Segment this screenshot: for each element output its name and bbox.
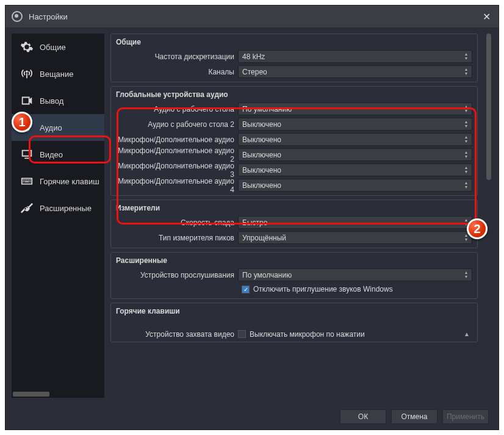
group-meters: Измерители Скорость спадаБыстро▲▼ Тип из… [110,200,478,248]
spinner-icon: ▲▼ [462,181,470,190]
spinner-icon: ▲▼ [462,104,470,113]
app-logo-icon [12,11,23,22]
combo-value: Выключено [242,151,281,159]
sidebar-item-label: Горячие клавиш [40,177,99,186]
antenna-icon [20,67,34,81]
spinner-icon: ▲▼ [462,135,470,144]
spinner-icon: ▲▼ [462,67,470,76]
combo-value: Выключено [242,166,281,174]
spinner-icon: ▲▼ [462,165,470,174]
combo-value: По умолчанию [242,105,292,113]
combo-sample-rate[interactable]: 48 kHz ▲▼ [238,50,472,63]
dialog-footer: ОК Отмена Применить [5,404,499,430]
combo-value: 48 kHz [242,52,265,61]
combo-value: Быстро [242,218,267,227]
titlebar: Настройки ✕ [5,5,499,27]
label-capture: Устройство захвата видео [116,330,234,339]
combo-desktop-audio-2[interactable]: Выключено▲▼ [238,118,472,131]
annotation-badge-1: 1 [12,112,32,132]
combo-decay[interactable]: Быстро▲▼ [238,216,472,229]
combo-mic-aux-3[interactable]: Выключено▲▼ [238,164,472,176]
combo-mic-aux[interactable]: Выключено▲▼ [238,133,472,146]
sidebar-item-advanced[interactable]: Расширенные [12,195,104,221]
checkbox-label: Отключить приглушение звуков Windows [253,285,393,293]
annotation-badge-2: 2 [467,218,488,239]
keyboard-icon [20,174,34,188]
combo-value: Выключено [242,181,281,190]
label-sample-rate: Частота дискретизации [116,52,234,61]
close-icon[interactable]: ✕ [480,10,492,23]
label-peak: Тип измерителя пиков [116,234,234,242]
output-icon [20,94,34,107]
checkbox-label: Выключать микрофон по нажатии [250,330,365,339]
group-title: Общие [116,38,472,46]
combo-monitor[interactable]: По умолчанию▲▼ [238,268,472,281]
spinner-icon: ▲▼ [462,150,470,159]
group-hotkeys: Горячие клавиши Устройство захвата видео… [110,303,478,342]
ok-button[interactable]: ОК [340,409,386,424]
apply-button[interactable]: Применить [442,409,489,424]
sidebar-item-general[interactable]: Общие [12,34,104,60]
combo-value: По умолчанию [242,271,292,279]
combo-mic-aux-2[interactable]: Выключено▲▼ [238,148,472,161]
label: Микрофон/Дополнительное аудио 2 [116,146,234,164]
settings-window: Настройки ✕ Общие Вещание Вывод Аудио [5,5,499,430]
spinner-icon: ▲▼ [462,270,470,279]
checkbox-push-to-mute[interactable] [238,330,246,338]
sidebar-item-label: Видео [40,150,63,159]
label-decay: Скорость спада [116,218,234,227]
combo-peak[interactable]: Упрощённый▲▼ [238,231,472,244]
group-advanced: Расширенные Устройство прослушиванияПо у… [110,252,478,299]
sidebar-item-label: Вывод [40,96,63,106]
group-title: Измерители [116,204,472,212]
window-title: Настройки [29,12,68,21]
sidebar-item-label: Вещание [40,70,74,79]
label: Микрофон/Дополнительное аудио 4 [116,177,234,194]
combo-mic-aux-4[interactable]: Выключено▲▼ [238,179,472,192]
sidebar-item-label: Общие [40,43,66,52]
sidebar-scrollbar[interactable] [13,392,49,397]
cancel-button[interactable]: Отмена [391,409,437,424]
sidebar-item-video[interactable]: Видео [12,141,104,168]
combo-value: Выключено [242,135,281,144]
group-global-audio: Глобальные устройства аудио Аудио с рабо… [110,86,478,196]
group-title: Глобальные устройства аудио [116,90,472,99]
label: Аудио с рабочего стола 2 [116,120,234,129]
label: Микрофон/Дополнительное аудио 3 [116,162,234,179]
group-title: Горячие клавиши [116,307,472,315]
sidebar-item-hotkeys[interactable]: Горячие клавиш [12,168,104,195]
sidebar-item-output[interactable]: Вывод [12,87,104,114]
combo-value: Стерео [242,68,267,76]
checkbox-ducking[interactable]: ✓ [242,286,250,293]
monitor-icon [20,148,34,161]
group-general: Общие Частота дискретизации 48 kHz ▲▼ Ка… [110,34,478,82]
group-title: Расширенные [116,256,472,265]
combo-desktop-audio[interactable]: По умолчанию▲▼ [238,102,472,115]
sidebar-item-stream[interactable]: Вещание [12,60,104,87]
label-monitor: Устройство прослушивания [116,271,234,279]
spinner-icon: ▲▼ [462,120,470,129]
spinner-icon: ▲▼ [462,52,470,61]
combo-value: Упрощённый [242,234,286,242]
content-area: Общие Частота дискретизации 48 kHz ▲▼ Ка… [110,34,492,398]
sidebar: Общие Вещание Вывод Аудио Видео Горячие … [12,34,104,398]
label: Аудио с рабочего стола [116,105,234,113]
gear-icon [20,40,34,54]
sidebar-item-label: Аудио [40,123,62,132]
sidebar-item-label: Расширенные [40,204,92,213]
label: Микрофон/Дополнительное аудио [116,135,234,144]
combo-value: Выключено [242,120,281,129]
tools-icon [20,201,34,215]
combo-channels[interactable]: Стерео ▲▼ [238,65,472,78]
label-channels: Каналы [116,68,234,76]
content-scrollbar[interactable] [485,34,492,398]
chevron-up-icon[interactable]: ▲ [464,331,470,337]
